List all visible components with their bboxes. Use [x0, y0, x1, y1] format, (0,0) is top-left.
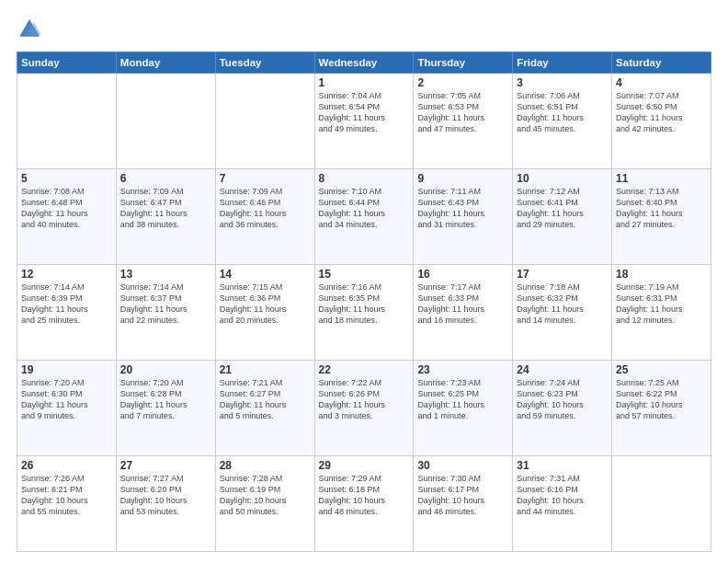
day-info: Sunrise: 7:14 AM Sunset: 6:37 PM Dayligh… — [120, 282, 211, 327]
day-number: 20 — [120, 363, 211, 376]
calendar-header-monday: Monday — [116, 52, 215, 74]
calendar-week-4: 26Sunrise: 7:26 AM Sunset: 6:21 PM Dayli… — [17, 456, 711, 552]
calendar-header-sunday: Sunday — [17, 52, 117, 74]
calendar-cell: 23Sunrise: 7:23 AM Sunset: 6:25 PM Dayli… — [414, 361, 513, 456]
day-number: 3 — [517, 76, 608, 89]
day-number: 26 — [21, 459, 112, 472]
day-number: 22 — [319, 363, 410, 376]
day-number: 24 — [517, 363, 608, 376]
calendar-week-2: 12Sunrise: 7:14 AM Sunset: 6:39 PM Dayli… — [17, 265, 711, 361]
calendar-cell: 4Sunrise: 7:07 AM Sunset: 6:50 PM Daylig… — [612, 74, 711, 169]
day-info: Sunrise: 7:19 AM Sunset: 6:31 PM Dayligh… — [616, 282, 707, 327]
calendar-cell: 14Sunrise: 7:15 AM Sunset: 6:36 PM Dayli… — [215, 265, 314, 361]
day-number: 7 — [220, 172, 311, 185]
calendar-cell: 18Sunrise: 7:19 AM Sunset: 6:31 PM Dayli… — [612, 265, 711, 361]
calendar-header-tuesday: Tuesday — [215, 52, 314, 74]
calendar-cell: 30Sunrise: 7:30 AM Sunset: 6:17 PM Dayli… — [414, 456, 513, 552]
day-info: Sunrise: 7:16 AM Sunset: 6:35 PM Dayligh… — [319, 282, 410, 327]
calendar-cell: 2Sunrise: 7:05 AM Sunset: 6:53 PM Daylig… — [414, 74, 513, 169]
day-info: Sunrise: 7:18 AM Sunset: 6:32 PM Dayligh… — [517, 282, 608, 327]
day-info: Sunrise: 7:25 AM Sunset: 6:22 PM Dayligh… — [616, 377, 707, 422]
day-number: 23 — [417, 363, 508, 376]
day-number: 31 — [517, 459, 608, 472]
calendar-cell: 6Sunrise: 7:09 AM Sunset: 6:47 PM Daylig… — [116, 169, 215, 265]
calendar-cell: 7Sunrise: 7:09 AM Sunset: 6:46 PM Daylig… — [215, 169, 314, 265]
header — [17, 17, 711, 42]
calendar-cell: 19Sunrise: 7:20 AM Sunset: 6:30 PM Dayli… — [17, 361, 117, 456]
logo — [17, 17, 46, 42]
calendar-cell: 24Sunrise: 7:24 AM Sunset: 6:23 PM Dayli… — [513, 361, 612, 456]
day-number: 27 — [120, 459, 211, 472]
day-info: Sunrise: 7:09 AM Sunset: 6:46 PM Dayligh… — [220, 186, 311, 231]
day-info: Sunrise: 7:10 AM Sunset: 6:44 PM Dayligh… — [319, 186, 410, 231]
calendar-week-3: 19Sunrise: 7:20 AM Sunset: 6:30 PM Dayli… — [17, 361, 711, 456]
day-number: 25 — [616, 363, 707, 376]
day-info: Sunrise: 7:14 AM Sunset: 6:39 PM Dayligh… — [21, 282, 112, 327]
day-number: 14 — [220, 268, 311, 281]
day-info: Sunrise: 7:21 AM Sunset: 6:27 PM Dayligh… — [220, 377, 311, 422]
calendar-header-wednesday: Wednesday — [314, 52, 414, 74]
day-info: Sunrise: 7:20 AM Sunset: 6:28 PM Dayligh… — [120, 377, 211, 422]
calendar-cell: 21Sunrise: 7:21 AM Sunset: 6:27 PM Dayli… — [215, 361, 314, 456]
calendar-header-saturday: Saturday — [612, 52, 711, 74]
day-number: 21 — [220, 363, 311, 376]
day-number: 10 — [517, 172, 608, 185]
day-number: 5 — [21, 172, 112, 185]
day-number: 29 — [319, 459, 410, 472]
calendar-header-thursday: Thursday — [414, 52, 513, 74]
day-info: Sunrise: 7:12 AM Sunset: 6:41 PM Dayligh… — [517, 186, 608, 231]
day-info: Sunrise: 7:09 AM Sunset: 6:47 PM Dayligh… — [120, 186, 211, 231]
calendar-cell — [612, 456, 711, 552]
calendar-cell: 25Sunrise: 7:25 AM Sunset: 6:22 PM Dayli… — [612, 361, 711, 456]
calendar-cell: 22Sunrise: 7:22 AM Sunset: 6:26 PM Dayli… — [314, 361, 414, 456]
day-info: Sunrise: 7:20 AM Sunset: 6:30 PM Dayligh… — [21, 377, 112, 422]
calendar-cell: 17Sunrise: 7:18 AM Sunset: 6:32 PM Dayli… — [513, 265, 612, 361]
day-info: Sunrise: 7:26 AM Sunset: 6:21 PM Dayligh… — [21, 473, 112, 518]
day-info: Sunrise: 7:27 AM Sunset: 6:20 PM Dayligh… — [120, 473, 211, 518]
day-info: Sunrise: 7:04 AM Sunset: 6:54 PM Dayligh… — [319, 90, 410, 135]
day-number: 30 — [417, 459, 508, 472]
calendar-cell: 3Sunrise: 7:06 AM Sunset: 6:51 PM Daylig… — [513, 74, 612, 169]
day-number: 9 — [417, 172, 508, 185]
day-info: Sunrise: 7:08 AM Sunset: 6:48 PM Dayligh… — [21, 186, 112, 231]
calendar-cell: 20Sunrise: 7:20 AM Sunset: 6:28 PM Dayli… — [116, 361, 215, 456]
day-info: Sunrise: 7:13 AM Sunset: 6:40 PM Dayligh… — [616, 186, 707, 231]
day-number: 28 — [220, 459, 311, 472]
day-info: Sunrise: 7:22 AM Sunset: 6:26 PM Dayligh… — [319, 377, 410, 422]
generalblue-logo-icon — [17, 17, 42, 42]
day-number: 8 — [319, 172, 410, 185]
day-info: Sunrise: 7:15 AM Sunset: 6:36 PM Dayligh… — [220, 282, 311, 327]
calendar-cell: 1Sunrise: 7:04 AM Sunset: 6:54 PM Daylig… — [314, 74, 414, 169]
day-info: Sunrise: 7:06 AM Sunset: 6:51 PM Dayligh… — [517, 90, 608, 135]
day-number: 19 — [21, 363, 112, 376]
calendar-header-row: SundayMondayTuesdayWednesdayThursdayFrid… — [17, 52, 711, 74]
calendar-cell: 8Sunrise: 7:10 AM Sunset: 6:44 PM Daylig… — [314, 169, 414, 265]
calendar-cell: 9Sunrise: 7:11 AM Sunset: 6:43 PM Daylig… — [414, 169, 513, 265]
calendar-cell — [215, 74, 314, 169]
day-info: Sunrise: 7:07 AM Sunset: 6:50 PM Dayligh… — [616, 90, 707, 135]
calendar-week-1: 5Sunrise: 7:08 AM Sunset: 6:48 PM Daylig… — [17, 169, 711, 265]
page: SundayMondayTuesdayWednesdayThursdayFrid… — [0, 0, 728, 563]
day-info: Sunrise: 7:17 AM Sunset: 6:33 PM Dayligh… — [417, 282, 508, 327]
day-number: 11 — [616, 172, 707, 185]
calendar-cell: 29Sunrise: 7:29 AM Sunset: 6:18 PM Dayli… — [314, 456, 414, 552]
day-info: Sunrise: 7:29 AM Sunset: 6:18 PM Dayligh… — [319, 473, 410, 518]
calendar-cell: 27Sunrise: 7:27 AM Sunset: 6:20 PM Dayli… — [116, 456, 215, 552]
day-number: 6 — [120, 172, 211, 185]
day-info: Sunrise: 7:24 AM Sunset: 6:23 PM Dayligh… — [517, 377, 608, 422]
day-number: 13 — [120, 268, 211, 281]
day-number: 15 — [319, 268, 410, 281]
calendar-cell: 11Sunrise: 7:13 AM Sunset: 6:40 PM Dayli… — [612, 169, 711, 265]
day-info: Sunrise: 7:30 AM Sunset: 6:17 PM Dayligh… — [417, 473, 508, 518]
day-number: 17 — [517, 268, 608, 281]
calendar-table: SundayMondayTuesdayWednesdayThursdayFrid… — [17, 52, 711, 552]
day-number: 12 — [21, 268, 112, 281]
day-info: Sunrise: 7:11 AM Sunset: 6:43 PM Dayligh… — [417, 186, 508, 231]
day-number: 4 — [616, 76, 707, 89]
day-info: Sunrise: 7:05 AM Sunset: 6:53 PM Dayligh… — [417, 90, 508, 135]
calendar-cell — [17, 74, 117, 169]
calendar-cell: 10Sunrise: 7:12 AM Sunset: 6:41 PM Dayli… — [513, 169, 612, 265]
calendar-cell: 5Sunrise: 7:08 AM Sunset: 6:48 PM Daylig… — [17, 169, 117, 265]
day-info: Sunrise: 7:23 AM Sunset: 6:25 PM Dayligh… — [417, 377, 508, 422]
day-number: 16 — [417, 268, 508, 281]
